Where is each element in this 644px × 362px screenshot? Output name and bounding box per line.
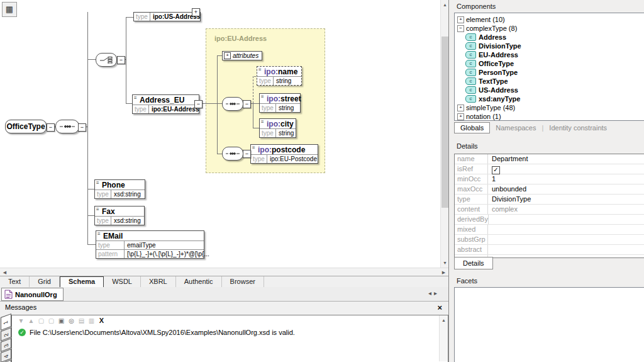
collapse-icon[interactable]: − (457, 25, 464, 32)
tab-scroll-arrows[interactable]: ◂▸ (428, 290, 440, 297)
element-us-address[interactable]: type ipo:US-Address (133, 12, 201, 21)
tree-item-eu-address[interactable]: c EU-Address (455, 50, 644, 59)
tree-item-persontype[interactable]: c PersonType (455, 68, 644, 77)
tree-item-element[interactable]: + element (10) (455, 15, 644, 24)
messages-tab-strip: 1 2 3 4 5 (0, 313, 11, 362)
collapse-button[interactable]: − (78, 123, 86, 132)
attributes-box[interactable]: + attributes (222, 51, 262, 60)
facets-panel[interactable] (454, 287, 644, 362)
details-row-abstract: abstract (455, 245, 644, 255)
tree-item-label: PersonType (479, 69, 518, 76)
tree-item-texttype[interactable]: c TextType (455, 77, 644, 86)
tab-browser[interactable]: Browser (222, 276, 264, 288)
element-email[interactable]: ≡EMail type emailType pattern [\p{L}_-]+… (96, 230, 204, 259)
collapse-button[interactable]: − (243, 100, 251, 108)
schema-display-settings-button[interactable]: ▦ (2, 2, 17, 17)
tab-wsdl[interactable]: WSDL (104, 276, 141, 288)
scroll-down-icon[interactable]: ▼ (17, 317, 25, 324)
schema-design-canvas[interactable]: ▦ ipo:EU-Address (0, 0, 440, 268)
expand-icon[interactable]: + (457, 105, 464, 111)
copy-message-icon[interactable]: ▢ (47, 317, 55, 324)
tab-grid[interactable]: Grid (30, 276, 60, 288)
element-address-eu[interactable]: ≡Address_EU type ipo:EU-Address (132, 94, 199, 114)
detail-value[interactable]: unbounded (488, 184, 526, 194)
find-icon[interactable]: ◎ (67, 317, 75, 324)
element-icon: ≡ (258, 67, 262, 72)
sequence-connector[interactable] (222, 97, 243, 111)
next-tab-icon[interactable]: ▸ (434, 290, 440, 297)
collapse-button[interactable]: − (47, 123, 55, 132)
element-fax[interactable]: ≡Fax type xsd:string (94, 206, 145, 225)
detail-value[interactable]: Department (488, 154, 528, 164)
element-ipo-name[interactable]: ≡ipo:name type string (257, 66, 302, 86)
document-tab-nanonullorg[interactable]: NanonullOrg (1, 288, 64, 301)
validation-message[interactable]: ✓ File C:\Users\enc\Documents\Altova\XML… (18, 329, 295, 336)
tab-xbrl[interactable]: XBRL (141, 276, 176, 288)
element-name: name (278, 67, 297, 76)
isref-checkbox[interactable]: ✓ (492, 166, 500, 174)
details-grid[interactable]: name Department isRef ✓ minOcc 1 maxOcc … (454, 154, 644, 258)
element-ipo-postcode[interactable]: ≡ipo:postcode type ipo:EU-Postcode (250, 144, 318, 164)
detail-value[interactable] (488, 245, 492, 254)
type-value: string (276, 104, 296, 112)
tab-globals[interactable]: Globals (454, 122, 490, 133)
sequence-connector[interactable] (55, 120, 79, 133)
clear-icon[interactable]: X (97, 317, 106, 324)
components-tree[interactable]: + element (10) − complexType (8) c Addre… (454, 13, 644, 121)
tab-authentic[interactable]: Authentic (176, 276, 222, 288)
detail-value[interactable]: DivisionType (488, 195, 531, 204)
expand-button[interactable]: + (192, 8, 200, 16)
detail-value[interactable] (488, 235, 492, 244)
element-ipo-city[interactable]: ≡ipo:city type string (259, 118, 296, 138)
tree-item-label: element (10) (466, 16, 505, 23)
tree-item-address[interactable]: c Address (455, 33, 644, 42)
type-label: type (95, 217, 111, 225)
find-prev-icon[interactable]: ▥ (87, 317, 96, 324)
choice-connector[interactable] (96, 53, 117, 67)
type-value: ipo:EU-Postcode (267, 155, 319, 163)
element-ipo-street[interactable]: ≡ipo:street type string (259, 93, 301, 113)
tree-item-divisiontype[interactable]: c DivisionType (455, 42, 644, 50)
expand-icon[interactable]: + (457, 16, 464, 23)
tab-details[interactable]: Details (454, 257, 493, 269)
tab-text[interactable]: Text (0, 276, 30, 288)
complextype-icon: c (465, 60, 476, 67)
tree-item-simpletype[interactable]: + simpleType (48) (455, 103, 644, 112)
collapse-button[interactable]: − (117, 56, 125, 64)
detail-value[interactable] (488, 225, 492, 234)
validation-message-text: File C:\Users\enc\Documents\Altova\XMLSp… (30, 329, 295, 336)
tree-item-officetype[interactable]: c OfficeType (455, 59, 644, 68)
detail-value[interactable] (489, 215, 492, 224)
copy-line-icon[interactable]: ▢ (37, 317, 45, 324)
expand-icon[interactable]: + (457, 113, 464, 120)
tree-item-xsd-anytype[interactable]: c xsd:anyType (455, 94, 644, 103)
canvas-vertical-scrollbar[interactable]: ▲ ▼ (440, 0, 449, 268)
expand-icon: + (224, 52, 231, 59)
tab-identity-constraints[interactable]: Identity constraints (543, 123, 613, 133)
canvas-horizontal-scrollbar[interactable]: ◀ ▶ (0, 268, 448, 276)
collapse-button[interactable]: − (194, 100, 203, 108)
collapse-button[interactable]: − (243, 150, 251, 158)
tree-item-notation[interactable]: + notation (1) (455, 112, 644, 121)
messages-output[interactable]: ▼ ▲ ▢ ▢ ▣ ◎ ▤ ▥ X ✓ File C:\Users\enc\Do… (11, 315, 448, 362)
scroll-up-button[interactable]: ▲ (440, 315, 448, 325)
element-phone[interactable]: ≡Phone type xsd:string (94, 179, 145, 199)
tree-item-us-address[interactable]: c US-Address (455, 86, 644, 94)
prev-tab-icon[interactable]: ◂ (428, 290, 434, 297)
ns-prefix: ipo: (258, 145, 272, 154)
element-icon: ≡ (261, 120, 264, 125)
detail-value[interactable]: 1 (488, 174, 496, 184)
sequence-connector[interactable] (222, 147, 243, 161)
tab-schema[interactable]: Schema (60, 276, 104, 288)
detail-value[interactable]: complex (488, 205, 518, 214)
node-officetype[interactable]: OfficeType (5, 120, 47, 133)
copy-all-icon[interactable]: ▣ (57, 317, 65, 324)
pattern-value: [\p{L}_-]+(\.[\p{L}_-]+)*@[\p{... (125, 250, 212, 258)
scrollbar-thumb[interactable] (441, 37, 448, 208)
tab-namespaces[interactable]: Namespaces (490, 123, 541, 133)
messages-scrollbar[interactable]: ▲ (439, 315, 448, 361)
close-icon[interactable]: × (437, 302, 442, 314)
find-next-icon[interactable]: ▤ (77, 317, 86, 324)
tree-item-complextype[interactable]: − complexType (8) (455, 24, 644, 33)
scroll-up-icon[interactable]: ▲ (27, 317, 35, 324)
